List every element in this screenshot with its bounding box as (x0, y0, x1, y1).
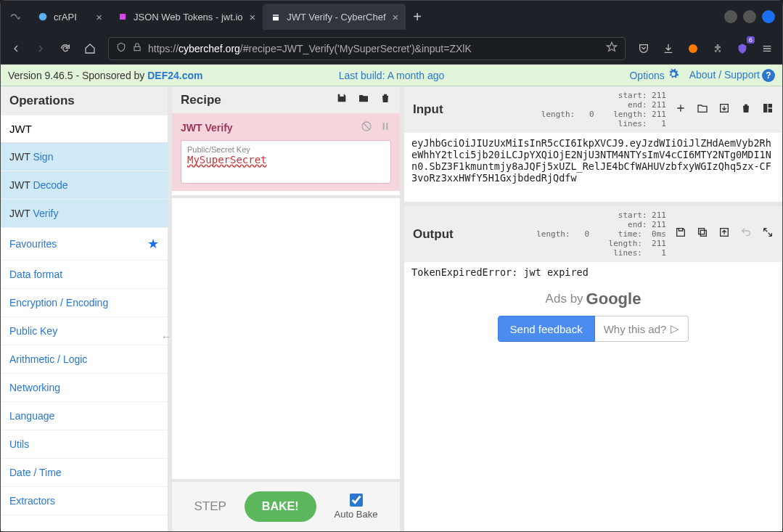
google-logo: Google (586, 290, 641, 308)
open-file-icon[interactable] (718, 102, 730, 118)
copy-output-icon[interactable] (697, 226, 708, 242)
help-icon[interactable]: ? (762, 69, 775, 82)
operations-title: Operations (1, 86, 168, 115)
tab-title: crAPI (54, 12, 77, 22)
why-this-ad-button[interactable]: Why this ad? ▷ (595, 316, 689, 342)
category-encryption[interactable]: Encryption / Encoding (1, 289, 168, 317)
tab-icon-cyberchef (270, 11, 282, 22)
downloads-icon[interactable] (657, 38, 679, 60)
svg-rect-12 (699, 229, 705, 234)
os-menu-icon[interactable] (1, 11, 30, 22)
output-text[interactable]: TokenExpiredError: jwt expired (404, 262, 782, 282)
ads-section: Ads by Google Send feedback Why this ad?… (404, 282, 782, 531)
pause-op-icon[interactable] (380, 120, 391, 134)
category-favourites[interactable]: Favourites★ (1, 228, 168, 261)
category-datetime[interactable]: Date / Time (1, 459, 168, 487)
forward-button[interactable] (30, 38, 52, 60)
category-networking[interactable]: Networking (1, 374, 168, 402)
replace-input-icon[interactable] (718, 226, 730, 242)
autobake-checkbox[interactable] (350, 494, 363, 507)
tab-cyberchef[interactable]: JWT Verify - CyberChef × (263, 4, 406, 30)
hamburger-menu-icon[interactable] (756, 38, 778, 60)
key-value: MySuperSecret (187, 154, 385, 165)
extension-puzzle-icon[interactable] (707, 38, 729, 60)
svg-rect-6 (386, 123, 388, 129)
svg-rect-11 (700, 230, 706, 236)
maximise-output-icon[interactable] (762, 226, 774, 242)
svg-rect-9 (768, 104, 772, 107)
bake-button[interactable]: BAKE! (245, 491, 316, 522)
address-bar[interactable]: https://cyberchef.org/#recipe=JWT_Verify… (108, 37, 626, 60)
new-tab-button[interactable]: + (406, 9, 429, 25)
reload-button[interactable] (54, 38, 76, 60)
bookmark-star-icon[interactable] (606, 41, 618, 55)
window-close[interactable] (762, 10, 775, 23)
category-public-key[interactable]: Public Key (1, 317, 168, 345)
autobake-toggle[interactable]: Auto Bake (335, 494, 378, 520)
category-language[interactable]: Language (1, 402, 168, 430)
load-recipe-icon[interactable] (358, 92, 369, 107)
category-utils[interactable]: Utils (1, 430, 168, 459)
extension-shield-icon[interactable]: 6 (731, 38, 753, 60)
clear-recipe-icon[interactable] (380, 92, 391, 107)
category-arithmetic[interactable]: Arithmetic / Logic (1, 345, 168, 374)
recipe-operation[interactable]: JWT Verify Public/Secret Key MySuperSecr… (172, 113, 400, 191)
lock-icon[interactable] (132, 42, 142, 54)
undo-icon[interactable] (740, 226, 752, 242)
banner: Version 9.46.5 - Sponsored by DEF24.com … (1, 65, 782, 86)
pocket-icon[interactable] (633, 38, 655, 60)
reset-layout-icon[interactable] (762, 102, 774, 118)
options-link[interactable]: Options (629, 70, 664, 81)
close-icon[interactable]: × (94, 11, 104, 23)
output-title: Output (413, 227, 454, 242)
send-feedback-button[interactable]: Send feedback (498, 316, 595, 342)
back-button[interactable] (5, 38, 27, 60)
recipe-title: Recipe (181, 93, 221, 107)
save-recipe-icon[interactable] (336, 92, 348, 107)
about-link[interactable]: About / Support (689, 69, 760, 81)
shield-icon[interactable] (116, 42, 126, 54)
input-stats: start: 211 end: 211 length: 0 length: 21… (443, 91, 666, 128)
input-title: Input (413, 102, 443, 117)
gear-icon[interactable] (668, 68, 679, 82)
svg-rect-2 (134, 46, 140, 50)
url-text: https://cyberchef.org/#recipe=JWT_Verify… (148, 43, 600, 54)
adchoices-icon: ▷ (671, 322, 679, 335)
tab-icon-jwtio (117, 11, 128, 22)
operations-search-input[interactable] (1, 115, 168, 143)
last-build-link[interactable]: Last build: A month ago (339, 70, 445, 81)
step-button[interactable]: STEP (194, 499, 226, 514)
output-stats: start: 211 end: 211 length: 0 time: 0ms … (454, 210, 666, 258)
window-maximize[interactable] (743, 10, 756, 23)
close-icon[interactable]: × (391, 11, 401, 23)
tab-jwtio[interactable]: JSON Web Tokens - jwt.io × (110, 4, 263, 30)
op-jwt-sign[interactable]: JWT Sign (1, 143, 168, 171)
add-input-tab-icon[interactable] (675, 102, 686, 118)
svg-rect-1 (120, 14, 126, 20)
recipe-drop-area[interactable] (172, 195, 400, 479)
open-folder-icon[interactable] (697, 102, 708, 118)
recipe-op-name: JWT Verify (181, 122, 233, 134)
category-extractors[interactable]: Extractors (1, 487, 168, 515)
svg-rect-5 (383, 123, 385, 129)
category-data-format[interactable]: Data format (1, 261, 168, 289)
svg-rect-10 (768, 108, 772, 112)
svg-rect-8 (763, 104, 767, 112)
key-field[interactable]: Public/Secret Key MySuperSecret (181, 140, 391, 184)
sponsor-link[interactable]: DEF24.com (147, 70, 202, 81)
tab-icon-crapi (37, 11, 49, 22)
tab-crapi[interactable]: crAPI × (30, 4, 110, 30)
close-icon[interactable]: × (248, 11, 258, 23)
disable-op-icon[interactable] (361, 120, 372, 134)
clear-input-icon[interactable] (740, 102, 752, 118)
extension-badge: 6 (747, 36, 755, 44)
home-button[interactable] (79, 38, 101, 60)
window-minimize[interactable] (724, 10, 737, 23)
op-jwt-verify[interactable]: JWT Verify (1, 200, 168, 228)
extension-firefox-icon[interactable] (682, 38, 704, 60)
save-output-icon[interactable] (675, 226, 686, 242)
op-jwt-decode[interactable]: JWT Decode (1, 171, 168, 200)
collapse-panel-icon[interactable]: ← (161, 331, 171, 343)
input-text[interactable]: eyJhbGciOiJIUzUxMiIsInR5cCI6IkpXVCJ9.eyJ… (404, 133, 782, 188)
svg-point-0 (39, 13, 47, 21)
